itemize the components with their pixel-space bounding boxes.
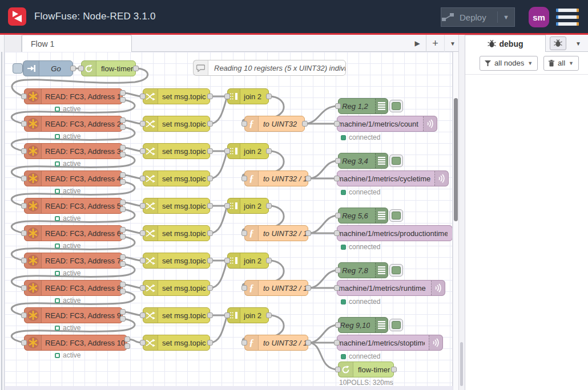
function-out-port[interactable] [305, 285, 311, 291]
read-out-port-1[interactable] [120, 282, 126, 287]
debug-in-port[interactable] [335, 213, 341, 218]
debug-in-port[interactable] [335, 322, 341, 328]
flow-timer-bottom-node[interactable]: flow-timer [338, 361, 394, 377]
debug-clear-button[interactable]: all ▼ [543, 56, 579, 71]
mqtt-in-port[interactable] [334, 340, 340, 346]
inject-button[interactable] [13, 63, 23, 74]
read-in-port[interactable] [21, 203, 27, 209]
change-out-port[interactable] [207, 203, 213, 209]
function-in-port[interactable] [241, 340, 247, 346]
join-node[interactable]: join 2 [227, 253, 269, 269]
join-out-port[interactable] [266, 258, 272, 263]
debug-filter-button[interactable]: all nodes ▼ [480, 56, 538, 71]
read-out-port-2[interactable] [120, 261, 126, 267]
change-in-port[interactable] [140, 258, 146, 263]
change-node[interactable]: set msg.topic [143, 198, 210, 214]
comment-node[interactable]: Reading 10 registers (5 x UINT32) indivi… [193, 60, 346, 76]
join-node[interactable]: join 2 [227, 198, 269, 214]
palette-scrollbar[interactable] [1, 52, 2, 390]
read-in-port[interactable] [21, 94, 27, 99]
change-out-port[interactable] [207, 148, 213, 154]
read-in-port[interactable] [21, 230, 27, 236]
modbus-read-node[interactable]: READ: FC3, Address 6 [24, 225, 123, 241]
read-out-port-2[interactable] [120, 152, 126, 157]
debug-node[interactable]: Reg 7,8 [338, 262, 388, 278]
change-out-port[interactable] [207, 312, 213, 318]
change-in-port[interactable] [140, 121, 146, 127]
join-out-port[interactable] [266, 148, 272, 154]
change-in-port[interactable] [140, 94, 146, 99]
timer-in-port[interactable] [335, 367, 341, 372]
read-out-port-1[interactable] [120, 200, 126, 205]
canvas-vscrollbar[interactable] [453, 52, 458, 390]
change-node[interactable]: set msg.topic [143, 253, 210, 269]
read-in-port[interactable] [21, 285, 27, 291]
read-in-port[interactable] [21, 258, 27, 263]
modbus-read-node[interactable]: READ: FC3, Address 2 [24, 116, 123, 132]
debug-in-port[interactable] [335, 267, 341, 273]
separator-handle[interactable] [460, 342, 463, 386]
modbus-read-node[interactable]: READ: FC3, Address 4 [24, 170, 123, 186]
read-out-port-1[interactable] [120, 145, 126, 151]
modbus-read-node[interactable]: READ: FC3, Address 10 [24, 335, 127, 351]
function-node[interactable]: ƒto UINT32 / 100 [244, 280, 308, 296]
join-out-port[interactable] [266, 312, 272, 318]
change-in-port[interactable] [140, 148, 146, 154]
modbus-read-node[interactable]: READ: FC3, Address 5 [24, 198, 123, 214]
sidebar-menu-caret[interactable]: ▼ [571, 37, 585, 50]
mqtt-in-port[interactable] [334, 176, 340, 181]
read-in-port[interactable] [21, 340, 27, 346]
mqtt-out-node[interactable]: machine/1/metrics/stoptime [337, 335, 443, 351]
change-in-port[interactable] [140, 203, 146, 209]
join-in-port[interactable] [224, 203, 230, 209]
function-in-port[interactable] [241, 176, 247, 181]
function-in-port[interactable] [241, 285, 247, 291]
debug-toggle-button[interactable] [389, 209, 403, 222]
mqtt-in-port[interactable] [334, 285, 340, 291]
vscroll-thumb[interactable] [454, 98, 458, 221]
deploy-button[interactable]: Deploy ▼ [441, 7, 515, 27]
tab-flow-1[interactable]: Flow 1 [22, 35, 132, 52]
read-out-port-1[interactable] [120, 90, 126, 96]
mqtt-out-node[interactable]: machine/1/metrics/cycletime [337, 170, 449, 186]
debug-in-port[interactable] [335, 158, 341, 164]
change-in-port[interactable] [140, 176, 146, 181]
read-out-port-1[interactable] [124, 336, 130, 342]
change-node[interactable]: set msg.topic [143, 280, 210, 296]
flow-canvas[interactable]: Goflow-timerReading 10 registers (5 x UI… [5, 52, 453, 390]
change-out-port[interactable] [207, 258, 213, 263]
change-node[interactable]: set msg.topic [143, 307, 210, 323]
mqtt-out-node[interactable]: machine/1/metrics/runtime [337, 280, 445, 296]
debug-toggle-button[interactable] [389, 264, 403, 277]
join-in-port[interactable] [224, 94, 230, 99]
change-out-port[interactable] [207, 94, 213, 99]
inject-out-port[interactable] [70, 66, 76, 71]
modbus-read-node[interactable]: READ: FC3, Address 1 [24, 88, 123, 104]
change-out-port[interactable] [207, 340, 213, 346]
change-out-port[interactable] [207, 285, 213, 291]
tab-debug[interactable]: debug [465, 35, 546, 52]
read-out-port-2[interactable] [120, 316, 126, 322]
run-flow-button[interactable]: ▶ [411, 37, 424, 50]
join-in-port[interactable] [224, 148, 230, 154]
change-node[interactable]: set msg.topic [143, 335, 210, 351]
debug-pane-button[interactable] [550, 36, 566, 50]
debug-toggle-button[interactable] [389, 155, 403, 167]
read-in-port[interactable] [21, 121, 27, 127]
timer-in-port[interactable] [78, 66, 84, 71]
read-in-port[interactable] [21, 148, 27, 154]
change-out-port[interactable] [207, 230, 213, 236]
user-avatar[interactable]: sm [529, 7, 549, 27]
debug-in-port[interactable] [335, 103, 341, 109]
read-out-port-2[interactable] [120, 124, 126, 130]
read-out-port-1[interactable] [120, 172, 126, 178]
read-out-port-2[interactable] [120, 179, 126, 185]
change-out-port[interactable] [207, 121, 213, 127]
function-node[interactable]: ƒto UINT32 / 100 [244, 170, 308, 186]
function-in-port[interactable] [241, 121, 247, 127]
canvas-hscrollbar[interactable] [5, 386, 453, 390]
modbus-read-node[interactable]: READ: FC3, Address 9 [24, 307, 123, 323]
join-out-port[interactable] [266, 94, 272, 99]
read-out-port-1[interactable] [120, 117, 126, 123]
debug-node[interactable]: Reg 3,4 [338, 153, 388, 169]
